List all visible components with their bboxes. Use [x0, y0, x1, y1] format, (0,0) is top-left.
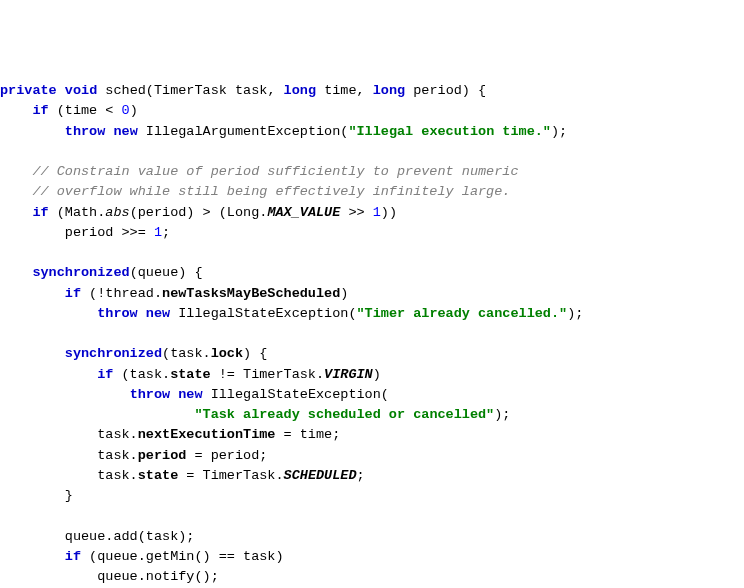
code-line: "Task already scheduled or cancelled");: [0, 405, 744, 425]
code-line: // overflow while still being effectivel…: [0, 182, 744, 202]
cond: (time <: [57, 103, 122, 118]
text: queue.add(task);: [65, 529, 195, 544]
code-line: task.state = TimerTask.SCHEDULED;: [0, 466, 744, 486]
exception-class: IllegalStateException(: [178, 306, 356, 321]
text: task.: [97, 468, 138, 483]
text: ) {: [243, 346, 267, 361]
property: lock: [211, 346, 243, 361]
constant: VIRGIN: [324, 367, 373, 382]
code-line: private void sched(TimerTask task, long …: [0, 81, 744, 101]
paren: ): [130, 103, 138, 118]
brace: }: [65, 488, 73, 503]
string-literal: "Timer already cancelled.": [357, 306, 568, 321]
constant: MAX_VALUE: [267, 205, 340, 220]
semi: ;: [357, 468, 365, 483]
semi: ;: [162, 225, 170, 240]
keyword-throw: throw: [130, 387, 171, 402]
code-line: [0, 506, 744, 526]
end: );: [551, 124, 567, 139]
keyword-new: new: [113, 124, 137, 139]
text: task.: [97, 448, 138, 463]
code-line: [0, 142, 744, 162]
keyword-if: if: [65, 549, 81, 564]
exception-class: IllegalStateException(: [211, 387, 389, 402]
comment: // overflow while still being effectivel…: [32, 184, 510, 199]
static-call: abs: [105, 205, 129, 220]
text: != TimerTask.: [211, 367, 324, 382]
text: (task.: [113, 367, 170, 382]
keyword-throw: throw: [65, 124, 106, 139]
method-name: sched: [105, 83, 146, 98]
code-line: if (queue.getMin() == task): [0, 547, 744, 567]
paren: ): [373, 367, 381, 382]
text: (!thread.: [81, 286, 162, 301]
text: (queue) {: [130, 265, 203, 280]
code-line: if (Math.abs(period) > (Long.MAX_VALUE >…: [0, 203, 744, 223]
code-line: synchronized(queue) {: [0, 263, 744, 283]
number: 0: [122, 103, 130, 118]
code-line: [0, 324, 744, 344]
keyword-if: if: [32, 205, 48, 220]
code-line: // Constrain value of period sufficientl…: [0, 162, 744, 182]
code-line: period >>= 1;: [0, 223, 744, 243]
keyword-if: if: [65, 286, 81, 301]
keyword-synchronized: synchronized: [65, 346, 162, 361]
code-line: [0, 243, 744, 263]
text: (queue.getMin() == task): [81, 549, 284, 564]
keyword-new: new: [146, 306, 170, 321]
property: nextExecutionTime: [138, 427, 276, 442]
paren: )): [381, 205, 397, 220]
code-line: if (task.state != TimerTask.VIRGIN): [0, 365, 744, 385]
text: (task.: [162, 346, 211, 361]
keyword-if: if: [32, 103, 48, 118]
code-line: }: [0, 486, 744, 506]
code-line: if (time < 0): [0, 101, 744, 121]
text: period >>=: [65, 225, 154, 240]
param: time: [324, 83, 356, 98]
keyword-long: long: [284, 83, 316, 98]
text: queue.notify();: [97, 569, 219, 584]
exception-class: IllegalArgumentException(: [146, 124, 349, 139]
string-literal: "Illegal execution time.": [348, 124, 551, 139]
property: newTasksMayBeScheduled: [162, 286, 340, 301]
property: period: [138, 448, 187, 463]
text: = period;: [186, 448, 267, 463]
keyword-throw: throw: [97, 306, 138, 321]
comment: // Constrain value of period sufficientl…: [32, 164, 518, 179]
keyword-private: private: [0, 83, 57, 98]
string-literal: "Task already scheduled or cancelled": [194, 407, 494, 422]
keyword-long: long: [373, 83, 405, 98]
type: TimerTask: [154, 83, 227, 98]
param: period: [413, 83, 462, 98]
code-line: task.period = period;: [0, 446, 744, 466]
code-line: throw new IllegalStateException("Timer a…: [0, 304, 744, 324]
text: (period) > (Long.: [130, 205, 268, 220]
code-line: throw new IllegalArgumentException("Ille…: [0, 122, 744, 142]
code-block: private void sched(TimerTask task, long …: [0, 81, 744, 588]
end: );: [494, 407, 510, 422]
code-line: throw new IllegalStateException(: [0, 385, 744, 405]
text: = TimerTask.: [178, 468, 283, 483]
param: task: [235, 83, 267, 98]
paren: ): [340, 286, 348, 301]
number: 1: [154, 225, 162, 240]
code-line: queue.add(task);: [0, 527, 744, 547]
keyword-synchronized: synchronized: [32, 265, 129, 280]
number: 1: [373, 205, 381, 220]
keyword-void: void: [65, 83, 97, 98]
constant: SCHEDULED: [284, 468, 357, 483]
code-line: queue.notify();: [0, 567, 744, 587]
text: (Math.: [49, 205, 106, 220]
keyword-new: new: [178, 387, 202, 402]
code-line: if (!thread.newTasksMayBeScheduled): [0, 284, 744, 304]
keyword-if: if: [97, 367, 113, 382]
end: );: [567, 306, 583, 321]
text: = time;: [275, 427, 340, 442]
property: state: [138, 468, 179, 483]
property: state: [170, 367, 211, 382]
code-line: task.nextExecutionTime = time;: [0, 425, 744, 445]
code-line: synchronized(task.lock) {: [0, 344, 744, 364]
text: task.: [97, 427, 138, 442]
text: >>: [340, 205, 372, 220]
